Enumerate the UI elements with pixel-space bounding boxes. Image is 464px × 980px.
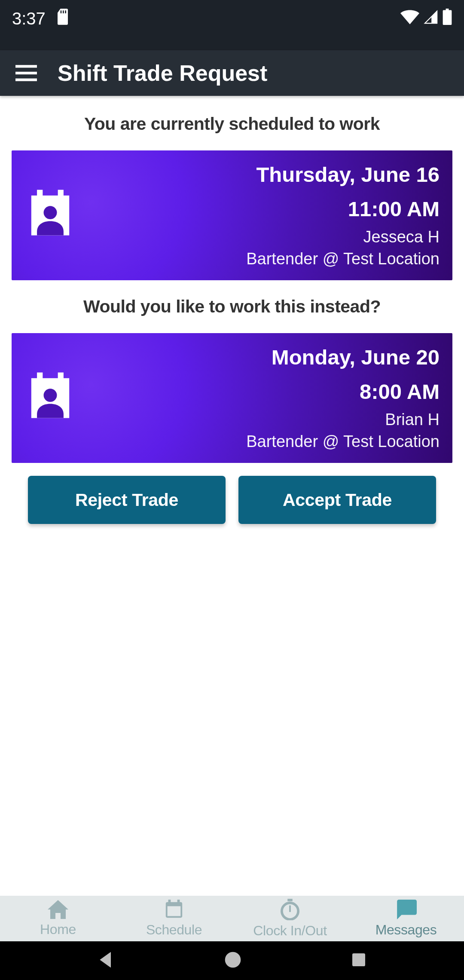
app-toolbar: Shift Trade Request xyxy=(0,50,464,96)
svg-point-13 xyxy=(44,389,57,402)
tab-home-label: Home xyxy=(40,922,76,937)
android-status-bar: 3:37 xyxy=(0,0,464,50)
svg-rect-20 xyxy=(289,905,291,912)
svg-rect-2 xyxy=(65,10,66,13)
proposed-shift-card[interactable]: Monday, June 20 8:00 AM Brian H Bartende… xyxy=(12,333,452,463)
svg-rect-8 xyxy=(58,190,64,199)
svg-rect-0 xyxy=(61,10,62,13)
calendar-person-icon xyxy=(27,372,73,424)
tab-schedule-label: Schedule xyxy=(146,922,202,938)
current-shift-person: Jesseca H xyxy=(76,228,440,246)
svg-rect-3 xyxy=(15,65,37,67)
svg-rect-5 xyxy=(15,79,37,81)
svg-rect-7 xyxy=(37,190,43,199)
svg-rect-16 xyxy=(177,900,180,904)
svg-rect-22 xyxy=(352,953,365,966)
proposed-shift-time: 8:00 AM xyxy=(76,380,440,404)
main-content: You are currently scheduled to work Thur… xyxy=(0,96,464,896)
sd-card-icon xyxy=(56,9,70,29)
android-nav-bar xyxy=(0,941,464,980)
svg-point-9 xyxy=(44,206,57,219)
tab-schedule[interactable]: Schedule xyxy=(116,896,232,941)
proposed-shift-heading: Would you like to work this instead? xyxy=(0,297,464,317)
tab-clock-in-out[interactable]: Clock In/Out xyxy=(232,896,348,941)
stopwatch-icon xyxy=(280,899,300,922)
status-time: 3:37 xyxy=(12,9,46,28)
current-shift-date: Thursday, June 16 xyxy=(76,162,440,187)
svg-rect-12 xyxy=(58,373,64,382)
calendar-person-icon xyxy=(27,189,73,242)
svg-rect-18 xyxy=(287,899,293,901)
cell-signal-icon xyxy=(424,9,438,28)
nav-home-icon[interactable] xyxy=(223,950,242,971)
current-shift-role: Bartender @ Test Location xyxy=(76,250,440,268)
tab-home[interactable]: Home xyxy=(0,896,116,941)
reject-trade-button[interactable]: Reject Trade xyxy=(28,476,226,524)
proposed-shift-role: Bartender @ Test Location xyxy=(76,432,440,451)
message-icon xyxy=(395,900,417,921)
hamburger-menu-icon[interactable] xyxy=(14,61,39,86)
accept-trade-button[interactable]: Accept Trade xyxy=(238,476,436,524)
current-shift-card[interactable]: Thursday, June 16 11:00 AM Jesseca H Bar… xyxy=(12,150,452,280)
svg-point-21 xyxy=(225,952,241,968)
proposed-shift-person: Brian H xyxy=(76,410,440,429)
svg-rect-11 xyxy=(37,373,43,382)
current-shift-time: 11:00 AM xyxy=(76,197,440,221)
svg-rect-17 xyxy=(168,906,181,916)
svg-rect-1 xyxy=(63,10,64,13)
current-shift-heading: You are currently scheduled to work xyxy=(0,114,464,134)
tab-messages[interactable]: Messages xyxy=(348,896,464,941)
page-title: Shift Trade Request xyxy=(58,60,267,86)
nav-recent-icon[interactable] xyxy=(350,951,367,970)
tab-messages-label: Messages xyxy=(375,922,437,938)
battery-icon xyxy=(443,9,452,29)
bottom-tab-bar: Home Schedule Clock In/Out Messages xyxy=(0,896,464,941)
tab-clock-label: Clock In/Out xyxy=(253,923,327,939)
wifi-icon xyxy=(400,9,419,28)
nav-back-icon[interactable] xyxy=(97,950,116,971)
calendar-icon xyxy=(164,900,184,921)
svg-rect-15 xyxy=(168,900,171,904)
proposed-shift-date: Monday, June 20 xyxy=(76,345,440,369)
home-icon xyxy=(47,900,69,921)
svg-rect-4 xyxy=(15,72,37,74)
